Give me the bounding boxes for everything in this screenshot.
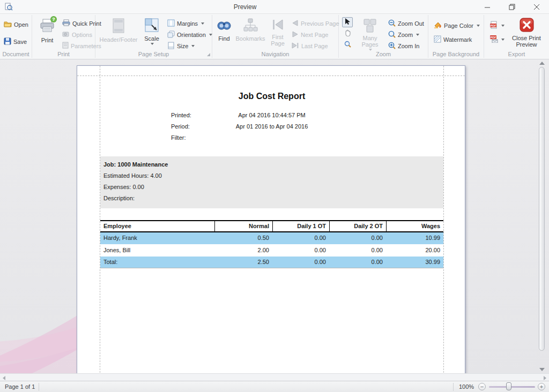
page-indicator: Page 1 of 1 <box>5 383 35 390</box>
open-folder-icon <box>4 20 12 28</box>
filter-label: Filter: <box>171 134 186 141</box>
table-row: Jones, Bill 2.00 0.00 0.00 20.00 <box>100 244 443 256</box>
close-window-button[interactable] <box>524 0 549 14</box>
send-via-email-button[interactable]: PDF <box>489 34 505 44</box>
page-color-icon <box>434 21 442 30</box>
svg-text:PDF: PDF <box>491 36 497 39</box>
scroll-up-arrow-icon[interactable] <box>539 62 545 65</box>
ribbon: Open Save Document ? Print Quick Print O… <box>0 14 549 59</box>
zoom-slider-track[interactable] <box>489 386 535 388</box>
next-page-button[interactable]: Next Page <box>292 29 328 40</box>
minimize-button[interactable] <box>475 0 500 14</box>
save-icon <box>4 37 11 46</box>
zoom-level-value: 100% <box>459 383 474 390</box>
ribbon-group-print: ? Print Quick Print Options Parameters P… <box>32 15 95 58</box>
previous-page-icon <box>292 20 299 27</box>
hand-tool-button[interactable] <box>342 28 353 39</box>
find-button[interactable]: Find <box>214 17 234 42</box>
col-header-normal: Normal <box>214 221 272 231</box>
orientation-button[interactable]: Orientation <box>167 29 212 40</box>
many-pages-button[interactable]: Many Pages <box>355 17 385 51</box>
header-footer-icon <box>111 18 126 35</box>
period-value: Apr 01 2016 to Apr 04 2016 <box>100 123 443 130</box>
cell-total-daily2ot: 0.00 <box>329 257 386 268</box>
parameters-icon <box>62 42 69 50</box>
table-total-row: Total: 2.50 0.00 0.00 30.99 <box>100 256 443 268</box>
job-estimated-hours: Estimated Hours: 4.00 <box>103 170 440 182</box>
report-page: Job Cost Report Apr 04 2016 10:44:57 PM … <box>77 65 465 373</box>
watermark-icon <box>434 35 441 44</box>
close-print-preview-button[interactable]: Close Print Preview <box>508 17 545 48</box>
scale-button[interactable]: Scale <box>140 17 163 45</box>
next-page-icon <box>292 31 299 39</box>
bookmarks-button[interactable]: Bookmarks <box>235 17 266 42</box>
first-page-button[interactable]: First Page <box>267 17 288 47</box>
magnifier-icon <box>344 40 351 50</box>
previous-page-button[interactable]: Previous Page <box>292 18 339 28</box>
magnifier-tool-button[interactable] <box>342 40 353 50</box>
ribbon-group-navigation: Find Bookmarks First Page Previous Page … <box>212 15 339 58</box>
table-row: Hardy, Frank 0.50 0.00 0.00 10.99 <box>100 232 443 244</box>
zoom-in-button[interactable]: Zoom In <box>388 41 419 51</box>
ribbon-group-page-setup: Header/Footer Scale Margins Orientation … <box>95 15 212 58</box>
status-separator <box>39 383 39 391</box>
printer-icon: ? <box>39 18 55 35</box>
zoom-out-button[interactable]: Zoom Out <box>388 18 424 28</box>
horizontal-scrollbar[interactable] <box>0 373 549 381</box>
zoom-in-slider-button[interactable]: + <box>538 383 545 390</box>
print-button[interactable]: ? Print <box>35 17 59 43</box>
scroll-right-arrow-icon[interactable] <box>544 376 546 380</box>
meta-row-period: Apr 01 2016 to Apr 04 2016 Period: <box>100 121 443 132</box>
col-header-employee: Employee <box>100 221 214 231</box>
cell-normal: 2.00 <box>214 245 272 256</box>
restore-button[interactable] <box>500 0 524 14</box>
bookmarks-icon <box>243 18 258 34</box>
zoom-menu-button[interactable]: Zoom <box>388 29 419 40</box>
save-button[interactable]: Save <box>4 36 27 47</box>
pdf-email-icon: PDF <box>489 35 498 44</box>
watermark-button[interactable]: Watermark <box>434 34 472 44</box>
pdf-export-icon: PDF <box>489 21 498 30</box>
print-badge-icon: ? <box>50 16 57 22</box>
last-page-icon <box>292 42 299 50</box>
close-print-preview-icon <box>520 18 534 33</box>
report-content: Job Cost Report Apr 04 2016 10:44:57 PM … <box>100 76 443 268</box>
find-binoculars-icon <box>217 18 232 34</box>
scale-icon <box>144 18 159 34</box>
page-color-button[interactable]: Page Color <box>434 20 480 31</box>
zoom-out-slider-button[interactable]: − <box>478 383 486 390</box>
header-footer-button[interactable]: Header/Footer <box>100 17 137 43</box>
period-label: Period: <box>171 123 190 130</box>
ribbon-group-page-background: Page Color Watermark Page Background <box>428 15 484 58</box>
many-pages-icon <box>362 18 377 34</box>
cell-daily1ot: 0.00 <box>272 245 329 256</box>
cell-total-daily1ot: 0.00 <box>272 257 329 268</box>
quick-print-icon <box>62 19 70 27</box>
table-header-row: Employee Normal Daily 1 OT Daily 2 OT Wa… <box>100 221 443 232</box>
options-button[interactable]: Options <box>62 29 92 40</box>
printed-value: Apr 04 2016 10:44:57 PM <box>100 112 443 118</box>
cell-wages: 10.99 <box>386 232 443 244</box>
window-title: Preview <box>0 0 490 14</box>
vertical-scrollbar[interactable] <box>538 60 546 373</box>
zoom-slider-thumb[interactable] <box>506 382 511 390</box>
size-button[interactable]: Size <box>167 41 195 51</box>
col-header-daily2ot: Daily 2 OT <box>329 221 386 231</box>
scroll-left-arrow-icon[interactable] <box>3 376 5 380</box>
ribbon-group-zoom: Many Pages Zoom Out Zoom Zoom In Zoom <box>339 15 428 58</box>
cell-employee: Jones, Bill <box>100 245 214 256</box>
vertical-scroll-thumb[interactable] <box>539 67 545 351</box>
zoom-icon <box>388 31 396 39</box>
pointer-tool-button[interactable] <box>342 17 353 27</box>
preview-surface[interactable]: Job Cost Report Apr 04 2016 10:44:57 PM … <box>0 59 549 373</box>
svg-text:PDF: PDF <box>491 24 497 27</box>
job-expenses: Expenses: 0.00 <box>103 182 440 193</box>
export-document-button[interactable]: PDF <box>489 20 505 31</box>
open-button[interactable]: Open <box>4 19 28 29</box>
scroll-down-arrow-icon[interactable] <box>539 368 545 371</box>
hand-icon <box>344 29 351 39</box>
margins-button[interactable]: Margins <box>167 18 204 28</box>
pointer-arrow-icon <box>344 18 351 27</box>
employee-cost-table: Employee Normal Daily 1 OT Daily 2 OT Wa… <box>100 220 443 268</box>
last-page-button[interactable]: Last Page <box>292 41 328 51</box>
